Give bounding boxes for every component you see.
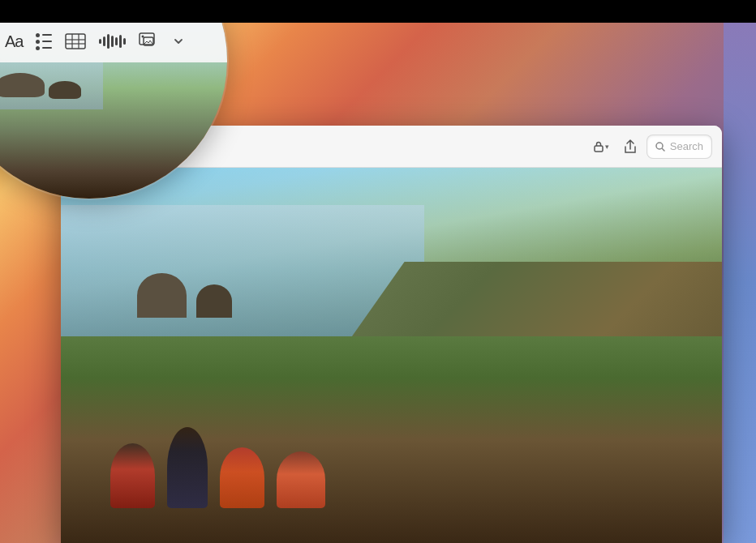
- rock-2: [196, 284, 232, 319]
- share-button[interactable]: [619, 135, 642, 158]
- right-panel: [724, 23, 756, 543]
- circle-toolbar: Aa: [0, 20, 227, 62]
- browser-content: [61, 168, 722, 543]
- svg-rect-3: [66, 34, 85, 49]
- text-format-icon[interactable]: Aa: [5, 32, 23, 51]
- chevron-down-icon: [173, 36, 184, 47]
- magnify-circle: Aa: [0, 0, 227, 199]
- text-format-label: Aa: [5, 32, 23, 51]
- people-area: [94, 374, 689, 524]
- svg-point-10: [142, 36, 144, 38]
- search-placeholder: Search: [670, 140, 703, 152]
- audio-wave-icon[interactable]: [99, 33, 126, 49]
- rock-1: [137, 273, 187, 319]
- top-bar: [0, 0, 756, 23]
- lock-chevron: ▾: [605, 143, 609, 151]
- landscape-photo: [61, 168, 722, 543]
- bullet-list-icon[interactable]: [36, 33, 52, 50]
- search-bar[interactable]: Search: [646, 135, 712, 159]
- lock-button[interactable]: ▾: [589, 138, 614, 156]
- search-icon: [655, 142, 665, 152]
- svg-rect-1: [595, 146, 603, 152]
- person-4: [277, 451, 325, 508]
- svg-point-2: [656, 143, 663, 149]
- table-svg: [65, 33, 86, 49]
- circle-rock-2: [49, 81, 81, 99]
- person-2: [167, 427, 208, 508]
- table-icon[interactable]: [65, 33, 86, 49]
- image-picker-icon[interactable]: [139, 32, 160, 50]
- list-icon-group: [36, 33, 52, 50]
- rock-formation: [127, 243, 326, 319]
- person-3: [220, 447, 264, 508]
- image-svg: [139, 32, 160, 50]
- wave-group: [99, 33, 126, 49]
- circle-rock-1: [0, 73, 45, 97]
- person-1: [110, 443, 155, 508]
- toolbar-right: ▾ Search: [589, 135, 712, 159]
- more-options-icon[interactable]: [173, 36, 184, 47]
